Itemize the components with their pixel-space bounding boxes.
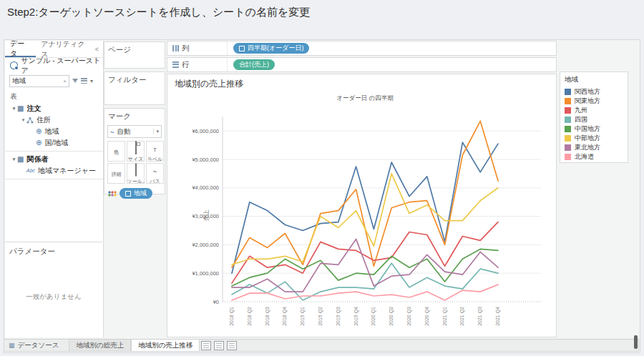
svg-text:2018 Q2: 2018 Q2 — [247, 307, 253, 326]
datasource-row[interactable]: サンプル - スーパーストア — [5, 58, 103, 73]
marks-button-tooltip[interactable]: ツール... — [127, 163, 145, 184]
pages-label: ページ — [104, 42, 165, 55]
field-label: 住所 — [36, 115, 51, 125]
color-legend-icon[interactable] — [108, 191, 117, 197]
marks-color-pill[interactable]: 地域 — [119, 188, 152, 199]
tables-section-label: 表 — [5, 89, 103, 103]
svg-text:2019 Q2: 2019 Q2 — [318, 307, 323, 326]
series-関東地方[interactable] — [232, 121, 498, 267]
vertical-scrollbar-thumb[interactable] — [634, 335, 638, 349]
columns-shelf[interactable]: 列 四半期(オーダー日) — [167, 41, 557, 56]
field-row-関係者[interactable]: ▾▦関係者 — [5, 154, 103, 165]
marks-button-label: パス — [150, 178, 160, 183]
collapse-pane-icon[interactable]: < — [95, 46, 103, 53]
marks-button-color[interactable]: 色 — [107, 141, 125, 162]
new-story-icon[interactable] — [227, 341, 237, 350]
parameters-section: パラメーター — [5, 242, 102, 257]
legend-item-東北地方[interactable]: 東北地方 — [560, 143, 628, 152]
legend-item-北海道[interactable]: 北海道 — [560, 152, 628, 162]
rows-shelf[interactable]: 行 合計(売上) — [167, 57, 557, 72]
rows-icon — [172, 61, 179, 68]
field-label: 関係者 — [26, 154, 48, 164]
caret-icon[interactable]: ▾ — [11, 106, 17, 112]
datasource-icon — [10, 61, 18, 69]
marks-button-detail[interactable]: 詳細 — [107, 163, 125, 184]
parameters-label: パラメーター — [5, 242, 102, 257]
sheet-tab-地域別の総売上[interactable]: 地域別の総売上 — [69, 340, 131, 351]
svg-text:2021 Q2: 2021 Q2 — [459, 307, 465, 326]
columns-label: 列 — [182, 44, 190, 54]
datasource-tab[interactable]: ▦ データソース — [4, 340, 69, 351]
legend-swatch — [565, 89, 571, 95]
legend-item-四国[interactable]: 四国 — [560, 115, 628, 124]
field-row-地域マネージャー[interactable]: Abc地域マネージャー — [5, 165, 103, 177]
table-icon: ▦ — [17, 105, 24, 112]
svg-text:オーダー日 の四半期: オーダー日 の四半期 — [336, 94, 393, 102]
series-北海道[interactable] — [232, 285, 498, 300]
marks-card: マーク ~ 自動 ▾ 色サイズTラベル詳細ツール...~パス 地域 — [104, 108, 165, 194]
series-関西地方[interactable] — [232, 142, 498, 273]
legend-label: 九州 — [575, 106, 587, 115]
legend-label: 関西地方 — [575, 87, 600, 97]
legend-item-九州[interactable]: 九州 — [560, 106, 628, 115]
legend-item-関東地方[interactable]: 関東地方 — [560, 97, 628, 106]
caret-icon[interactable]: ▾ — [11, 157, 17, 162]
columns-icon — [172, 45, 179, 51]
legend-swatch — [565, 154, 571, 160]
legend-swatch — [565, 107, 571, 114]
marks-button-path[interactable]: ~パス — [146, 163, 164, 184]
marks-pill-label: 地域 — [134, 189, 147, 198]
field-row-国/地域[interactable]: ⊕国/地域 — [5, 137, 103, 149]
field-row-地域[interactable]: ⊕地域 — [5, 126, 103, 137]
filters-card: フィルター — [104, 71, 165, 105]
legend-swatch — [565, 144, 571, 151]
marks-buttons: 色サイズTラベル詳細ツール...~パス — [107, 141, 165, 184]
caret-icon[interactable]: ▾ — [20, 117, 26, 123]
chevron-down-icon: ▾ — [153, 129, 159, 134]
series-中部地方[interactable] — [232, 174, 498, 264]
legend-swatch — [565, 135, 571, 142]
marks-button-label[interactable]: Tラベル — [146, 141, 164, 162]
marks-button-size[interactable]: サイズ — [127, 141, 145, 162]
date-field-icon — [239, 46, 245, 51]
field-row-注文[interactable]: ▾▦注文 — [5, 103, 103, 114]
columns-pill[interactable]: 四半期(オーダー日) — [233, 43, 309, 54]
svg-text:¥1,000,000: ¥1,000,000 — [192, 270, 219, 277]
view-options-icon[interactable] — [81, 78, 87, 84]
legend-item-中部地方[interactable]: 中部地方 — [560, 134, 628, 143]
tree-divider — [5, 179, 103, 179]
rows-pill[interactable]: 合計(売上) — [233, 59, 275, 70]
legend-item-関西地方[interactable]: 関西地方 — [560, 87, 628, 97]
legend-swatch — [565, 126, 571, 132]
field-tree: ▾▦注文▾住所⊕地域⊕国/地域▾▦関係者Abc地域マネージャー — [5, 103, 103, 179]
color-legend-card: 地域 関西地方関東地方九州四国中国地方中部地方東北地方北海道 — [560, 71, 628, 163]
new-worksheet-icon[interactable] — [201, 341, 211, 350]
bottom-tab-bar: ▦ データソース 地域別の総売上地域別の売上推移 — [4, 339, 639, 352]
svg-text:2019 Q1: 2019 Q1 — [300, 307, 306, 326]
legend-label: 関東地方 — [575, 97, 600, 106]
svg-text:2020 Q1: 2020 Q1 — [371, 307, 376, 326]
mark-type-dropdown[interactable]: ~ 自動 ▾ — [107, 125, 162, 138]
svg-text:2021 Q4: 2021 Q4 — [495, 307, 501, 326]
series-中国地方[interactable] — [232, 249, 498, 286]
sales-line-chart[interactable]: オーダー日 の四半期売上¥0¥1,000,000¥2,000,000¥3,000… — [167, 86, 556, 337]
new-dashboard-icon[interactable] — [214, 341, 224, 350]
worksheet-view: 地域別の売上推移 オーダー日 の四半期売上¥0¥1,000,000¥2,000,… — [167, 74, 557, 337]
screenshot-root: Step2:ターゲットソースシートを作成し、シートの名前を変更 データ アナリテ… — [0, 0, 644, 356]
legend-label: 東北地方 — [575, 143, 600, 152]
svg-text:2021 Q3: 2021 Q3 — [477, 307, 483, 326]
svg-text:2020 Q2: 2020 Q2 — [389, 307, 394, 326]
chevron-down-icon[interactable]: ▾ — [90, 78, 93, 84]
legend-swatch — [565, 98, 571, 104]
search-input[interactable]: 地域 × — [9, 75, 69, 87]
sheet-tab-地域別の売上推移[interactable]: 地域別の売上推移 — [131, 340, 200, 351]
pages-card: ページ — [104, 41, 165, 69]
filter-funnel-icon[interactable] — [72, 79, 78, 83]
datasource-tab-label: データソース — [18, 341, 59, 350]
field-row-住所[interactable]: ▾住所 — [5, 114, 103, 126]
legend-item-中国地方[interactable]: 中国地方 — [560, 124, 628, 134]
legend-label: 北海道 — [575, 152, 594, 162]
abc-icon: Abc — [26, 167, 35, 174]
tree-divider — [5, 151, 103, 152]
search-clear-icon[interactable]: × — [63, 78, 67, 84]
